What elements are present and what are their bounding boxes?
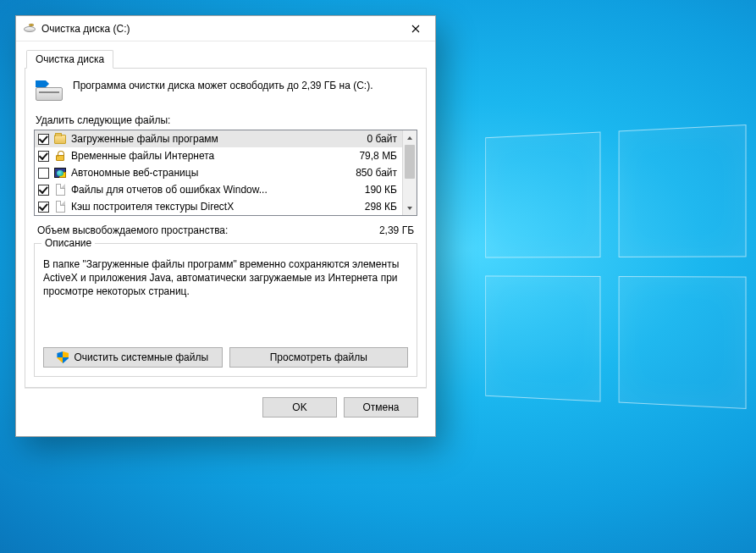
total-row: Объем высвобождаемого пространства: 2,39… — [37, 224, 414, 236]
list-item[interactable]: Временные файлы Интернета79,8 МБ — [35, 147, 402, 164]
view-files-label: Просмотреть файлы — [270, 351, 367, 363]
tab-cleanup[interactable]: Очистка диска — [26, 50, 113, 69]
item-name: Загруженные файлы программ — [71, 133, 334, 145]
summary-text: Программа очистки диска может освободить… — [73, 79, 373, 92]
scroll-thumb[interactable] — [405, 145, 415, 179]
summary-row: Программа очистки диска может освободить… — [34, 77, 417, 111]
window-title: Очистка диска (C:) — [41, 23, 396, 35]
list-item[interactable]: Файлы для отчетов об ошибках Window...19… — [35, 181, 402, 198]
description-legend: Описание — [41, 237, 95, 249]
disk-cleanup-dialog: Очистка диска (C:) Очистка диска Програм… — [15, 15, 436, 437]
item-size: 190 КБ — [338, 184, 399, 196]
disk-cleanup-icon — [23, 24, 36, 34]
view-files-button[interactable]: Просмотреть файлы — [229, 347, 409, 368]
list-scrollbar[interactable] — [402, 130, 417, 215]
dialog-footer: OK Отмена — [25, 388, 427, 428]
item-name: Временные файлы Интернета — [71, 150, 334, 162]
scroll-track[interactable] — [403, 145, 417, 201]
cancel-button[interactable]: Отмена — [344, 397, 418, 418]
item-name: Кэш построителя текстуры DirectX — [71, 201, 334, 213]
list-item[interactable]: Загруженные файлы программ0 байт — [35, 130, 402, 147]
list-item[interactable]: Автономные веб-страницы850 байт — [35, 164, 402, 181]
total-value: 2,39 ГБ — [379, 224, 414, 236]
drive-icon — [36, 80, 64, 102]
item-size: 298 КБ — [338, 201, 399, 213]
item-checkbox[interactable] — [38, 185, 49, 196]
item-size: 79,8 МБ — [338, 150, 399, 162]
close-button[interactable] — [396, 16, 435, 41]
titlebar[interactable]: Очистка диска (C:) — [16, 16, 435, 41]
file-types-list: Загруженные файлы программ0 байтВременны… — [34, 130, 417, 216]
description-groupbox: Описание В папке "Загруженные файлы прог… — [34, 243, 417, 377]
item-checkbox[interactable] — [38, 134, 49, 145]
clean-system-files-button[interactable]: Очистить системные файлы — [43, 347, 223, 368]
windows-logo — [485, 124, 746, 409]
ok-button[interactable]: OK — [262, 397, 337, 418]
scroll-up-button[interactable] — [403, 130, 417, 145]
tabpanel-cleanup: Программа очистки диска может освободить… — [25, 68, 427, 388]
item-name: Файлы для отчетов об ошибках Window... — [71, 184, 334, 196]
doc-icon — [53, 200, 67, 213]
scroll-down-button[interactable] — [403, 201, 417, 215]
lock-icon — [53, 149, 67, 163]
description-text: В папке "Загруженные файлы программ" вре… — [43, 257, 408, 320]
doc-icon — [53, 183, 67, 196]
clean-system-files-label: Очистить системные файлы — [74, 351, 208, 363]
close-icon — [411, 25, 420, 33]
web-icon — [53, 166, 67, 180]
folder-icon — [53, 132, 67, 146]
item-size: 0 байт — [338, 133, 399, 145]
item-checkbox[interactable] — [38, 202, 49, 213]
item-checkbox[interactable] — [38, 168, 49, 179]
uac-shield-icon — [57, 351, 69, 363]
total-label: Объем высвобождаемого пространства: — [37, 224, 228, 236]
list-label: Удалить следующие файлы: — [36, 114, 416, 126]
list-item[interactable]: Кэш построителя текстуры DirectX298 КБ — [35, 198, 402, 215]
tabstrip: Очистка диска — [25, 48, 427, 69]
item-name: Автономные веб-страницы — [71, 167, 334, 179]
item-size: 850 байт — [338, 167, 399, 179]
item-checkbox[interactable] — [38, 151, 49, 162]
client-area: Очистка диска Программа очистки диска мо… — [16, 41, 435, 436]
